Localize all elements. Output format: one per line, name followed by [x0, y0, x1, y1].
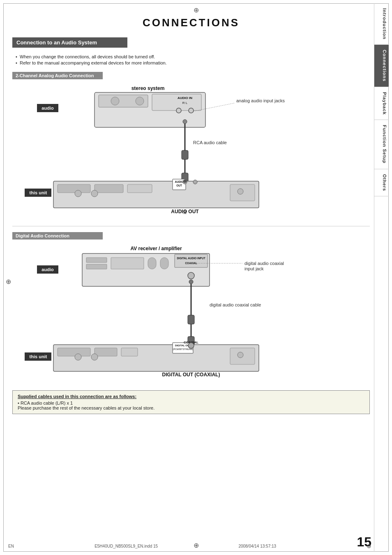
svg-rect-5	[152, 94, 201, 111]
crosshair-bottom-icon: ⊕	[194, 541, 199, 549]
svg-point-63	[91, 354, 98, 360]
bullet-2: Refer to the manual accompanying externa…	[16, 60, 370, 65]
svg-rect-14	[182, 150, 188, 159]
svg-rect-61	[121, 348, 138, 356]
svg-point-10	[183, 120, 187, 124]
svg-rect-20	[95, 184, 123, 193]
svg-text:COAXIAL: COAXIAL	[185, 262, 197, 265]
svg-rect-21	[127, 184, 152, 193]
svg-rect-43	[148, 258, 156, 269]
svg-text:input jack: input jack	[244, 266, 264, 271]
svg-text:OUT: OUT	[176, 184, 182, 187]
svg-text:digital audio coaxial cable: digital audio coaxial cable	[210, 302, 261, 307]
svg-rect-45	[175, 254, 208, 267]
footer-lang: EN	[8, 544, 14, 548]
svg-point-62	[75, 354, 81, 360]
svg-point-22	[75, 190, 81, 197]
svg-text:RCA audio cable: RCA audio cable	[193, 140, 227, 145]
sidebar-tab-connections[interactable]: Connections	[374, 45, 389, 87]
svg-rect-42	[111, 258, 144, 269]
svg-text:audio: audio	[42, 267, 54, 272]
crosshair-left-icon: ⊕	[6, 278, 11, 286]
svg-rect-41	[86, 264, 107, 269]
footer-date: 2008/04/14 13:57:13	[238, 544, 276, 548]
footer-file: E5H40UD_NB500SL9_EN.indd 15	[95, 544, 158, 548]
sidebar-tab-introduction[interactable]: Introduction	[374, 3, 389, 45]
svg-point-3	[111, 97, 119, 105]
svg-text:stereo system: stereo system	[131, 85, 165, 91]
svg-text:analog audio input jacks: analog audio input jacks	[236, 98, 285, 103]
svg-point-30	[183, 180, 187, 183]
analog-diagram-svg: stereo system AUDIO IN R L analog aud	[12, 83, 349, 218]
svg-rect-40	[86, 258, 107, 263]
svg-text:AUDIO IN: AUDIO IN	[178, 96, 192, 100]
svg-point-9	[189, 108, 194, 113]
svg-rect-19	[58, 184, 90, 193]
svg-text:AUDIO OUT: AUDIO OUT	[171, 209, 199, 214]
digital-diagram: AV receiver / amplifier DIGITAL AUDIO IN…	[12, 243, 370, 384]
sidebar-tab-function-setup[interactable]: Function Setup	[374, 120, 389, 169]
sidebar-tab-playback[interactable]: Playback	[374, 87, 389, 120]
digital-diagram-svg: AV receiver / amplifier DIGITAL AUDIO IN…	[12, 243, 349, 382]
svg-point-28	[193, 180, 197, 184]
svg-point-49	[189, 280, 193, 284]
svg-rect-59	[58, 348, 90, 356]
crosshair-bottom-right-icon: ⊕	[367, 543, 371, 549]
bullet-1: When you change the connections, all dev…	[16, 54, 370, 59]
analog-diagram: stereo system AUDIO IN R L analog aud	[12, 83, 370, 219]
svg-text:DIGITAL OUT (COAXIAL): DIGITAL OUT (COAXIAL)	[162, 372, 220, 378]
svg-rect-60	[95, 348, 117, 356]
svg-point-68	[188, 343, 194, 348]
sidebar-tab-others[interactable]: Others	[374, 169, 389, 196]
svg-point-70	[238, 352, 243, 358]
svg-point-4	[136, 97, 144, 105]
svg-text:this unit: this unit	[30, 190, 47, 195]
svg-point-8	[176, 108, 181, 113]
digital-section: Digital Audio Connection AV receiver / a…	[12, 232, 370, 384]
svg-text:AV receiver / amplifier: AV receiver / amplifier	[130, 246, 182, 251]
svg-point-23	[91, 190, 98, 197]
main-content: CONNECTIONS Connection to an Audio Syste…	[8, 0, 374, 414]
svg-text:audio: audio	[42, 106, 54, 111]
svg-text:digital audio coaxial: digital audio coaxial	[244, 261, 284, 266]
svg-text:this unit: this unit	[30, 354, 47, 359]
svg-rect-55	[188, 315, 194, 324]
analog-section: 2-Channel Analog Audio Connection stereo…	[12, 72, 370, 219]
svg-point-48	[188, 272, 194, 279]
crosshair-top-icon: ⊕	[192, 6, 200, 14]
footer: EN E5H40UD_NB500SL9_EN.indd 15 2008/04/1…	[8, 535, 371, 548]
svg-text:AUDIO: AUDIO	[175, 180, 184, 183]
svg-point-32	[238, 189, 243, 194]
svg-rect-44	[160, 258, 168, 269]
right-sidebar: Introduction Connections Playback Functi…	[374, 3, 389, 552]
svg-text:DIGITAL AUDIO INPUT: DIGITAL AUDIO INPUT	[177, 257, 205, 260]
svg-text:R    L: R L	[182, 101, 188, 105]
